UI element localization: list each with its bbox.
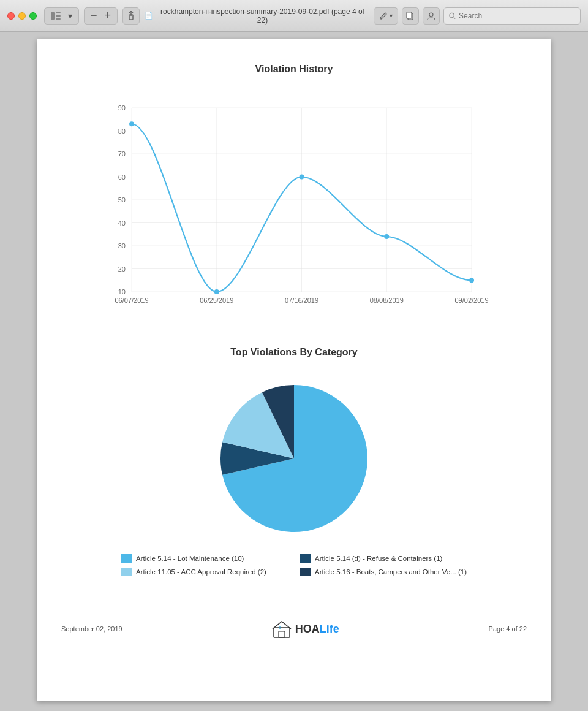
close-button[interactable] [7,12,15,20]
svg-line-11 [454,17,455,18]
pie-chart-wrapper: Article 5.14 - Lot Maintenance (10) Arti… [61,373,527,576]
svg-text:50: 50 [118,196,126,203]
svg-point-41 [214,289,219,294]
footer-page-number: Page 4 of 22 [489,625,527,633]
legend-label-lot-maintenance: Article 5.14 - Lot Maintenance (10) [136,555,244,562]
svg-rect-3 [56,18,61,20]
annotation-chevron: ▾ [390,12,393,19]
legend-color-refuse [300,554,311,563]
svg-text:30: 30 [118,242,126,249]
window-title: 📄 rockhampton-ii-inspection-summary-2019… [145,7,369,25]
search-icon [449,12,456,20]
maximize-button[interactable] [29,12,37,20]
svg-text:80: 80 [118,127,126,135]
svg-point-42 [300,175,304,180]
svg-rect-45 [274,628,290,637]
minimize-button[interactable] [18,12,26,20]
svg-rect-1 [56,12,61,13]
legend-label-refuse: Article 5.14 (d) - Refuse & Containers (… [315,555,442,562]
legend-color-acc [121,568,132,576]
legend-color-boats [300,568,311,576]
zoom-toolbar: − + [84,7,118,25]
page-footer: September 02, 2019 HOALife Page 4 of 22 [61,613,527,639]
line-chart: 90 80 70 60 50 40 30 20 10 06/07/2019 06… [98,89,490,322]
svg-rect-2 [56,15,61,17]
svg-text:07/16/2019: 07/16/2019 [285,297,318,304]
pdf-icon: 📄 [145,12,153,20]
copy-button[interactable] [402,7,419,25]
svg-text:90: 90 [118,104,126,112]
svg-rect-8 [407,12,412,18]
pie-chart-svg [196,373,392,544]
footer-date: September 02, 2019 [61,625,123,633]
sidebar-toggle-button[interactable] [48,12,63,20]
pie-legend: Article 5.14 - Lot Maintenance (10) Arti… [121,554,467,576]
hoalife-logo-icon [272,619,292,639]
legend-label-boats: Article 5.16 - Boats, Campers and Other … [315,568,467,576]
violation-history-section: Violation History [61,64,527,322]
pdf-page: Violation History [37,39,551,701]
svg-point-43 [384,234,389,239]
zoom-out-button[interactable]: − [88,9,100,22]
zoom-in-button[interactable]: + [102,9,114,22]
footer-logo: HOALife [272,619,339,639]
svg-rect-46 [279,631,285,637]
legend-color-lot-maintenance [121,554,132,563]
annotation-button[interactable]: ▾ [374,7,398,25]
share-button[interactable] [123,7,140,25]
legend-item-refuse: Article 5.14 (d) - Refuse & Containers (… [300,554,467,563]
legend-label-acc: Article 11.05 - ACC Approval Required (2… [136,568,266,576]
svg-text:60: 60 [118,173,126,181]
legend-item-acc: Article 11.05 - ACC Approval Required (2… [121,568,288,576]
legend-item-lot-maintenance: Article 5.14 - Lot Maintenance (10) [121,554,288,563]
svg-point-9 [429,13,433,17]
svg-text:70: 70 [118,150,126,158]
svg-text:10: 10 [118,288,126,295]
traffic-lights [7,12,37,20]
titlebar: ▾ − + 📄 rockhampton-ii-inspection-summar… [0,0,588,32]
chevron-down-icon[interactable]: ▾ [66,11,75,21]
top-violations-title: Top Violations By Category [61,347,527,358]
violation-history-title: Violation History [61,64,527,75]
line-chart-svg: 90 80 70 60 50 40 30 20 10 06/07/2019 06… [98,89,490,322]
svg-text:06/07/2019: 06/07/2019 [115,297,148,304]
svg-text:09/02/2019: 09/02/2019 [454,297,488,304]
search-input[interactable] [459,12,575,20]
svg-text:08/08/2019: 08/08/2019 [370,297,404,304]
view-toolbar: ▾ [44,7,79,25]
user-button[interactable] [423,7,440,25]
search-box[interactable] [443,7,581,25]
svg-text:40: 40 [118,219,126,227]
logo-life: Life [320,623,339,635]
hoalife-logo-text: HOALife [295,623,339,636]
legend-item-boats: Article 5.16 - Boats, Campers and Other … [300,568,467,576]
svg-rect-0 [51,12,55,20]
svg-point-10 [450,13,454,17]
svg-point-44 [469,278,474,283]
svg-text:06/25/2019: 06/25/2019 [200,297,233,304]
svg-text:20: 20 [118,265,126,273]
logo-hoa: HOA [295,623,320,635]
svg-point-40 [129,121,134,126]
toolbar-right: ▾ [374,7,581,25]
top-violations-section: Top Violations By Category [61,347,527,576]
